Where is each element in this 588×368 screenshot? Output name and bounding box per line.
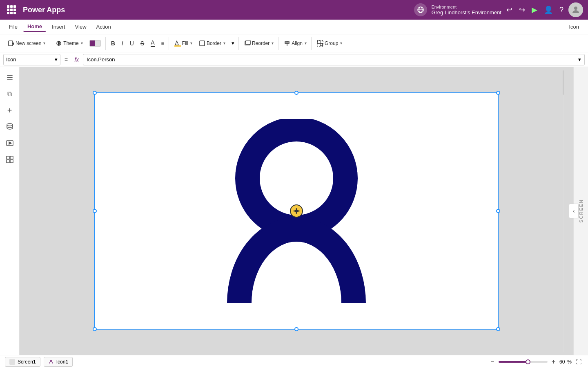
fullscreen-button[interactable]: ⛶ — [574, 359, 583, 365]
undo-top-icon[interactable]: ↩ — [506, 5, 512, 14]
align-group-label: Align — [292, 40, 303, 46]
left-sidebar: ☰ ⧉ + — [0, 67, 20, 355]
zoom-slider-thumb[interactable] — [526, 359, 530, 364]
menu-action[interactable]: Action — [92, 22, 115, 31]
user-avatar[interactable] — [568, 2, 583, 17]
selection-handle-tl[interactable] — [93, 91, 97, 95]
layers-button[interactable]: ⧉ — [2, 87, 17, 101]
media-icon — [6, 139, 14, 147]
border-button[interactable]: Border ▾ — [196, 38, 228, 48]
top-bar-actions: ↩ ↪ ▶ 👤 ? — [506, 5, 564, 14]
theme-button[interactable]: Theme ▾ — [53, 38, 85, 48]
environment-label: Environment — [431, 4, 501, 9]
toolbar-new-screen-group: New screen ▾ — [3, 37, 50, 50]
toolbar-expand-button[interactable]: ▾ — [229, 38, 237, 48]
share-top-icon[interactable]: 👤 — [544, 5, 553, 14]
toolbar-align-group: Align ▾ — [279, 37, 312, 50]
align-label: ≡ — [161, 40, 164, 46]
fill-button[interactable]: Fill ▾ — [172, 38, 195, 48]
element-selector-value: Icon — [6, 56, 16, 63]
underline-button[interactable]: U — [127, 38, 137, 48]
data-button[interactable] — [2, 119, 17, 134]
zoom-controls: − + 60 % ⛶ — [489, 358, 583, 366]
icon-mode-label: Icon — [569, 24, 579, 30]
waffle-menu[interactable] — [5, 3, 18, 16]
environment-selector[interactable]: Environment Greg Lindhorst's Environment — [414, 3, 501, 16]
menu-view[interactable]: View — [71, 22, 91, 31]
border-label: Border — [207, 40, 221, 46]
controls-button[interactable] — [2, 152, 17, 167]
svg-rect-22 — [7, 160, 9, 163]
play-top-icon[interactable]: ▶ — [532, 5, 537, 14]
media-button[interactable] — [2, 136, 17, 150]
controls-icon — [6, 155, 14, 164]
selection-handle-tr[interactable] — [496, 91, 500, 95]
svg-point-3 — [574, 7, 577, 10]
selection-handle-br[interactable] — [496, 327, 500, 331]
environment-name: Greg Lindhorst's Environment — [431, 9, 501, 16]
fill-dropdown-arrow: ▾ — [190, 41, 192, 45]
reorder-dropdown-arrow: ▾ — [272, 41, 274, 45]
new-screen-button[interactable]: New screen ▾ — [5, 38, 48, 48]
element-selector-arrow: ▾ — [55, 56, 58, 63]
expand-icon: ▾ — [232, 40, 234, 46]
element-selector[interactable]: Icon ▾ — [3, 54, 60, 65]
formula-fx-button[interactable]: fx — [72, 56, 81, 63]
strikethrough-button[interactable]: S — [138, 38, 147, 48]
svg-rect-13 — [285, 42, 289, 43]
reorder-label: Reorder — [252, 40, 270, 46]
add-component-button[interactable]: + — [2, 103, 17, 118]
selection-handle-bl[interactable] — [93, 327, 97, 331]
font-color-button[interactable]: A — [148, 38, 157, 49]
italic-button[interactable]: I — [119, 38, 126, 48]
menu-file[interactable]: File — [5, 22, 22, 31]
formula-equals: = — [62, 56, 70, 63]
selection-handle-bc[interactable] — [294, 327, 298, 331]
font-color-label: A — [151, 39, 154, 47]
align-button[interactable]: ≡ — [158, 39, 167, 48]
svg-rect-21 — [10, 156, 13, 159]
reorder-button[interactable]: Reorder ▾ — [241, 38, 276, 48]
redo-top-icon[interactable]: ↪ — [519, 5, 525, 14]
toolbar: New screen ▾ Theme ▾ B I U S A ≡ — [0, 34, 588, 52]
group-button[interactable]: Group ▾ — [314, 38, 345, 48]
screen1-tab[interactable]: Screen1 — [5, 357, 40, 367]
menu-home[interactable]: Home — [23, 22, 46, 32]
fill-label: Fill — [182, 40, 188, 46]
zoom-slider[interactable] — [499, 361, 548, 363]
new-screen-label: New screen — [16, 40, 41, 46]
icon-label-display: Icon — [565, 22, 583, 31]
toolbar-group-group: Group ▾ — [312, 37, 347, 50]
formula-dropdown-arrow: ▾ — [578, 56, 581, 63]
theme-color-picker[interactable] — [87, 38, 104, 48]
right-sidebar: ‹ SCREEN — [573, 67, 588, 355]
align-group-button[interactable]: Align ▾ — [281, 38, 310, 48]
canvas-area[interactable] — [20, 67, 573, 355]
formula-input[interactable]: Icon.Person ▾ — [83, 54, 585, 65]
group-label: Group — [325, 40, 338, 46]
zoom-slider-fill — [499, 361, 528, 363]
selection-handle-mr[interactable] — [496, 209, 500, 213]
help-top-icon[interactable]: ? — [559, 6, 564, 14]
bold-label: B — [111, 40, 115, 47]
formula-fx-label: fx — [74, 56, 79, 63]
zoom-in-button[interactable]: + — [550, 358, 557, 366]
group-dropdown-arrow: ▾ — [340, 41, 342, 45]
theme-dropdown-arrow: ▾ — [81, 41, 83, 45]
selection-handle-tc[interactable] — [294, 91, 298, 95]
add-icon: + — [7, 106, 12, 115]
screen-label: SCREEN — [579, 199, 584, 223]
zoom-unit: % — [567, 359, 572, 365]
screen-canvas[interactable] — [94, 92, 499, 330]
menu-bar: File Home Insert View Action Icon — [0, 20, 588, 34]
bold-button[interactable]: B — [108, 38, 118, 48]
icon1-tab[interactable]: Icon1 — [44, 357, 73, 367]
selection-handle-ml[interactable] — [93, 209, 97, 213]
tree-view-button[interactable]: ☰ — [2, 70, 17, 85]
right-panel-toggle[interactable]: ‹ — [569, 204, 579, 218]
main-layout: ☰ ⧉ + — [0, 67, 588, 355]
formula-bar: Icon ▾ = fx Icon.Person ▾ — [0, 52, 588, 67]
menu-insert[interactable]: Insert — [48, 22, 69, 31]
zoom-out-button[interactable]: − — [489, 358, 496, 366]
align-group-dropdown-arrow: ▾ — [305, 41, 307, 45]
